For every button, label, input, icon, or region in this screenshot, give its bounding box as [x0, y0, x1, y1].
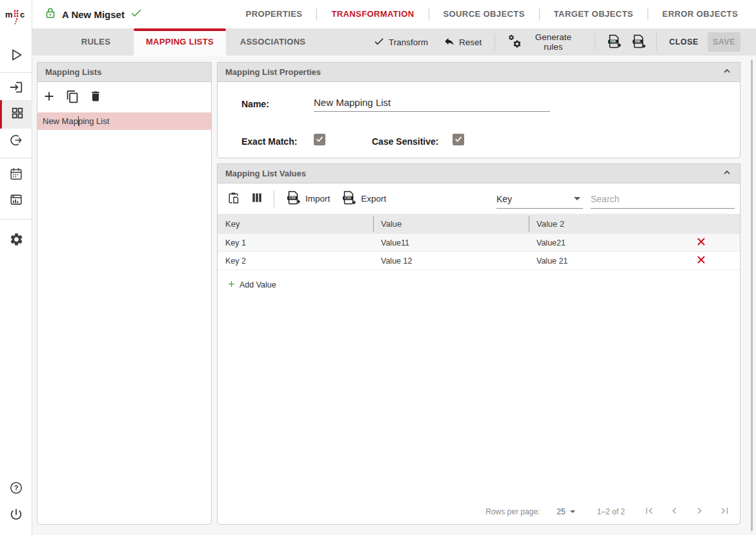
table-row: Key 2 Value 12 Value 21	[218, 252, 740, 270]
name-label: Name:	[241, 99, 269, 109]
copy-icon	[66, 90, 79, 105]
xml-export-button[interactable]: XML	[630, 34, 647, 51]
tab-error-objects[interactable]: ERROR OBJECTS	[648, 0, 752, 28]
previous-page-button[interactable]	[668, 505, 680, 519]
search-column-select[interactable]: Key	[496, 189, 583, 209]
sidebar-item-migsets[interactable]	[0, 100, 32, 129]
x-icon	[697, 237, 706, 248]
add-mapping-list-button[interactable]	[42, 89, 56, 105]
name-input[interactable]	[314, 94, 550, 112]
calendar-icon	[9, 167, 23, 184]
sidebar-item-export[interactable]	[0, 127, 32, 156]
column-header-value2: Value 2	[529, 219, 662, 229]
column-separator	[529, 216, 529, 232]
transform-button[interactable]: Transform	[373, 36, 428, 49]
chevron-right-icon	[693, 505, 706, 519]
import-csv-button[interactable]: CSV Import	[285, 190, 330, 207]
sidebar-item-run[interactable]	[0, 42, 32, 70]
properties-card-header: Mapping List Properties	[218, 63, 740, 82]
reset-label: Reset	[459, 37, 482, 47]
case-sensitive-checkbox[interactable]	[453, 134, 464, 145]
collapse-values-button[interactable]	[722, 168, 732, 179]
power-icon	[9, 507, 23, 524]
text-caret	[78, 116, 79, 126]
delete-row-button[interactable]	[697, 237, 706, 248]
add-value-button[interactable]: Add Value	[227, 279, 276, 291]
paste-icon	[227, 191, 240, 207]
panel-title: Mapping List Values	[225, 169, 306, 178]
page-range-label: 1–2 of 2	[597, 507, 625, 516]
app-logo: m c	[0, 5, 32, 27]
mapping-list-values-card: Mapping List Values	[217, 163, 741, 525]
tab-transformation[interactable]: TRANSFORMATION	[317, 0, 428, 28]
checkmark-icon	[454, 134, 463, 145]
tab-rules[interactable]: RULES	[58, 28, 134, 56]
delete-mapping-list-button[interactable]	[89, 90, 102, 105]
search-input[interactable]	[591, 189, 735, 208]
tab-properties[interactable]: PROPERTIES	[232, 0, 317, 28]
chevron-down-icon[interactable]	[570, 510, 575, 513]
csv-upload-icon: CSV	[285, 190, 301, 207]
gears-icon	[507, 34, 522, 51]
sidebar-item-power[interactable]	[0, 501, 32, 530]
delete-row-button[interactable]	[697, 255, 706, 266]
values-toolbar: CSV Import CSV	[218, 184, 740, 214]
next-page-button[interactable]	[693, 505, 706, 519]
mapping-list-item-selected[interactable]: New Mapping List	[37, 112, 211, 130]
mapping-lists-panel-header: Mapping Lists	[37, 63, 211, 82]
columns-icon	[250, 191, 263, 206]
panel-title: Mapping Lists	[45, 67, 101, 77]
xml-glyph: XML	[634, 39, 641, 43]
duplicate-mapping-list-button[interactable]	[66, 90, 79, 105]
case-sensitive-label: Case Sensitive:	[372, 136, 439, 147]
sidebar-item-import[interactable]	[0, 74, 32, 103]
exact-match-label: Exact Match:	[241, 136, 297, 147]
xml-upload-icon: XML	[606, 34, 622, 51]
rows-per-page-value[interactable]: 25	[557, 507, 565, 516]
generate-rules-button[interactable]: Generate rules	[507, 32, 580, 52]
sidebar-item-scheduler[interactable]	[0, 161, 32, 189]
cell-value: Value 12	[373, 257, 529, 266]
table-row: Key 1 Value11 Value21	[218, 234, 740, 252]
columns-button[interactable]	[250, 191, 263, 206]
logo-letter-c: c	[20, 10, 25, 19]
paste-values-button[interactable]	[227, 191, 240, 207]
content-area: Mapping Lists	[32, 56, 756, 535]
tab-mapping-lists[interactable]: MAPPING LISTS	[134, 28, 226, 56]
pagination: Rows per page: 25 1–2 of 2	[485, 505, 731, 519]
tab-associations[interactable]: ASSOCIATIONS	[226, 28, 320, 56]
save-button[interactable]: SAVE	[708, 32, 741, 52]
xml-glyph: XML	[609, 39, 617, 43]
sidebar-divider	[0, 219, 32, 220]
sidebar-item-dashboard[interactable]	[0, 187, 32, 215]
sidebar-item-help[interactable]: ?	[0, 475, 32, 503]
values-table-header: Key Value Value 2	[218, 214, 740, 234]
exact-match-checkbox[interactable]	[314, 134, 325, 145]
xml-import-button[interactable]: XML	[606, 34, 622, 51]
close-button[interactable]: CLOSE	[669, 37, 699, 47]
column-header-key: Key	[218, 219, 373, 229]
toolbar-divider	[274, 191, 274, 207]
collapse-properties-button[interactable]	[722, 67, 732, 78]
chevron-left-icon	[668, 505, 680, 519]
toolbar-actions: Transform Reset Generate rules	[320, 28, 756, 56]
values-card-header: Mapping List Values	[218, 164, 740, 184]
last-page-button[interactable]	[719, 505, 731, 519]
app-window: m c	[0, 0, 756, 535]
plus-icon	[227, 279, 236, 291]
vertical-scrollbar[interactable]	[751, 59, 753, 531]
tab-source-objects[interactable]: SOURCE OBJECTS	[429, 0, 539, 28]
top-tab-bar: PROPERTIES TRANSFORMATION SOURCE OBJECTS…	[232, 0, 752, 28]
reset-button[interactable]: Reset	[444, 36, 482, 49]
tab-target-objects[interactable]: TARGET OBJECTS	[540, 0, 648, 28]
help-glyph: ?	[14, 484, 19, 492]
mapping-lists-panel: Mapping Lists	[37, 62, 212, 525]
check-icon	[373, 36, 385, 49]
first-page-button[interactable]	[643, 505, 655, 519]
export-csv-button[interactable]: CSV Export	[340, 190, 386, 207]
toolbar-divider	[656, 34, 657, 50]
sidebar-item-settings[interactable]	[0, 226, 32, 255]
mapping-lists-toolbar	[37, 82, 211, 112]
pagination-nav	[643, 505, 731, 519]
trash-icon	[89, 90, 102, 105]
